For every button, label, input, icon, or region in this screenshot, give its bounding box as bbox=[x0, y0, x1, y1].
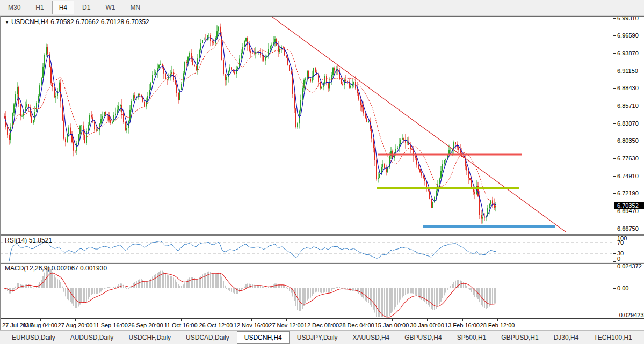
time-axis-tick bbox=[392, 319, 393, 321]
symbol-tab-usdchf-daily[interactable]: USDCHF,Daily bbox=[121, 331, 178, 344]
time-axis-label: 13 Feb 16:00 bbox=[445, 322, 480, 328]
price-axis-tick bbox=[613, 211, 616, 211]
symbol-tab-sp500-h1[interactable]: SP500,H1 bbox=[450, 331, 494, 344]
rsi-panel[interactable]: RSI(14) 51.8521 10070300 bbox=[1, 236, 644, 262]
price-axis-tick bbox=[613, 141, 616, 141]
price-axis-tick bbox=[613, 193, 616, 194]
price-axis-label: 6.88430 bbox=[617, 85, 639, 91]
symbol-tab-usdjpy-daily[interactable]: USDJPY,Daily bbox=[290, 331, 345, 344]
timeframe-tabs: M30H1H4D1W1MN bbox=[0, 1, 147, 14]
price-axis-tick bbox=[613, 18, 616, 19]
price-axis-label: 6.91150 bbox=[617, 68, 638, 74]
price-chart-panel[interactable]: ▼USDCNH,H4 6.70582 6.70662 6.70128 6.703… bbox=[1, 16, 644, 235]
symbol-tab-gbpusd-h4[interactable]: GBPUSD,H4 bbox=[397, 331, 449, 344]
timeframe-tab-m30[interactable]: M30 bbox=[1, 1, 27, 14]
time-axis-label: 11 Sep 16:00 bbox=[93, 322, 128, 328]
macd-label: MACD(12,26,9) 0.002067 0.001930 bbox=[5, 265, 107, 272]
price-axis-label: 6.74910 bbox=[617, 173, 639, 179]
rsi-axis-tick bbox=[613, 253, 616, 254]
trading-app: M30H1H4D1W1MN ▼USDCNH,H4 6.70582 6.70662… bbox=[0, 0, 644, 344]
symbol-tab-ukoil-[interactable]: UKOil, bbox=[640, 331, 644, 344]
time-axis-tick bbox=[251, 319, 252, 321]
macd-axis-tick bbox=[613, 266, 616, 266]
time-axis-label: 28 Feb 12:00 bbox=[480, 322, 515, 328]
time-axis-label: 27 Aug 20:00 bbox=[58, 322, 93, 328]
macd-axis-tick bbox=[613, 288, 616, 289]
macd-axis: 0.0243720.00-0.029423 bbox=[613, 264, 644, 318]
timeframe-toolbar: M30H1H4D1W1MN bbox=[0, 0, 644, 16]
time-axis-tick bbox=[40, 319, 41, 321]
time-axis-tick bbox=[497, 319, 498, 321]
chart-window: ▼USDCNH,H4 6.70582 6.70662 6.70128 6.703… bbox=[0, 16, 644, 344]
timeframe-tab-mn[interactable]: MN bbox=[123, 1, 147, 14]
price-axis-label: 6.96590 bbox=[617, 33, 639, 39]
price-axis-label: 6.85710 bbox=[617, 103, 639, 109]
time-axis-label: 30 Jan 00:00 bbox=[410, 322, 444, 328]
time-axis-tick bbox=[111, 319, 111, 321]
rsi-axis: 10070300 bbox=[613, 236, 644, 262]
rsi-label: RSI(14) 51.8521 bbox=[5, 237, 52, 244]
macd-axis-label: 0.024372 bbox=[617, 264, 642, 269]
price-axis: 6.993106.965906.938706.911506.884306.857… bbox=[613, 17, 644, 235]
rsi-axis-label: 70 bbox=[617, 240, 624, 246]
price-axis-tick bbox=[613, 88, 616, 89]
time-axis-tick bbox=[216, 319, 216, 321]
time-axis-label: 12 Nov 16:00 bbox=[234, 322, 269, 328]
price-axis-tick bbox=[613, 71, 616, 71]
timeframe-tab-h4[interactable]: H4 bbox=[52, 1, 74, 14]
time-axis-label: 26 Oct 12:00 bbox=[199, 322, 233, 328]
candlestick-chart[interactable] bbox=[1, 17, 613, 235]
price-axis-tick bbox=[613, 106, 616, 106]
price-axis-label: 6.66750 bbox=[617, 226, 639, 232]
symbol-tab-xauusd-h4[interactable]: XAUUSD,H4 bbox=[345, 331, 397, 344]
symbol-tab-tech100-h1[interactable]: TECH100,H1 bbox=[586, 331, 639, 344]
macd-axis-label: 0.00 bbox=[617, 286, 628, 291]
symbol-tab-audusd-daily[interactable]: AUDUSD,Daily bbox=[63, 331, 121, 344]
chart-symbol: USDCNH,H4 bbox=[11, 18, 49, 26]
macd-panel[interactable]: MACD(12,26,9) 0.002067 0.001930 0.024372… bbox=[1, 264, 644, 318]
time-axis-tick bbox=[181, 319, 182, 321]
time-axis-tick bbox=[146, 319, 146, 321]
current-price-tag: 6.70352 bbox=[614, 202, 644, 209]
timeframe-tab-d1[interactable]: D1 bbox=[75, 1, 97, 14]
price-axis-tick bbox=[613, 176, 616, 177]
symbol-tab-usdcnh-h4[interactable]: USDCNH,H4 bbox=[237, 331, 290, 344]
symbol-tab-dj30-h4[interactable]: DJ30,H4 bbox=[546, 331, 587, 344]
time-axis-tick bbox=[427, 319, 428, 321]
time-axis-tick bbox=[322, 319, 322, 321]
price-axis-tick bbox=[613, 53, 616, 54]
price-axis-label: 6.99310 bbox=[617, 16, 639, 21]
time-axis-label: 28 Dec 04:00 bbox=[339, 322, 374, 328]
rsi-axis-tick bbox=[613, 236, 616, 236]
chart-dropdown-icon[interactable]: ▼ bbox=[5, 20, 9, 25]
time-axis-tick bbox=[357, 319, 357, 321]
price-axis-label: 6.93870 bbox=[617, 50, 639, 56]
macd-axis-tick bbox=[613, 316, 616, 316]
chart-ohlc-values: 6.70582 6.70662 6.70128 6.70352 bbox=[50, 18, 149, 26]
time-axis-label: 26 Sep 20:00 bbox=[128, 322, 163, 328]
time-axis-label: 12 Dec 08:00 bbox=[304, 322, 339, 328]
rsi-axis-tick bbox=[613, 243, 616, 243]
price-axis-tick bbox=[613, 35, 616, 36]
symbol-tab-usdcad-daily[interactable]: USDCAD,Daily bbox=[178, 331, 237, 344]
price-axis-tick bbox=[613, 158, 616, 159]
symbol-tab-gbpusd-h1[interactable]: GBPUSD,H1 bbox=[494, 331, 546, 344]
price-axis-tick bbox=[613, 229, 616, 229]
toolbar-separator bbox=[153, 2, 153, 13]
time-axis-label: 27 Nov 12:00 bbox=[269, 322, 303, 328]
macd-axis-label: -0.029423 bbox=[617, 312, 644, 318]
symbol-tabbar: EURUSD,DailyAUDUSD,DailyUSDCHF,DailyUSDC… bbox=[0, 330, 644, 344]
symbol-tab-eurusd-daily[interactable]: EURUSD,Daily bbox=[4, 331, 63, 344]
timeframe-tab-w1[interactable]: W1 bbox=[98, 1, 122, 14]
price-axis-label: 6.83070 bbox=[617, 121, 639, 127]
time-axis-tick bbox=[75, 319, 76, 321]
time-axis: 27 Jul 201813 Aug 04:0027 Aug 20:0011 Se… bbox=[1, 318, 644, 331]
price-axis-label: 6.77630 bbox=[617, 156, 639, 162]
rsi-plot[interactable] bbox=[1, 236, 613, 262]
rsi-axis-label: 0 bbox=[617, 256, 620, 262]
timeframe-tab-h1[interactable]: H1 bbox=[28, 1, 50, 14]
time-axis-label: 13 Aug 04:00 bbox=[23, 322, 57, 328]
time-axis-tick bbox=[5, 319, 5, 321]
price-axis-tick bbox=[613, 123, 616, 124]
chart-title: ▼USDCNH,H4 6.70582 6.70662 6.70128 6.703… bbox=[5, 18, 149, 26]
